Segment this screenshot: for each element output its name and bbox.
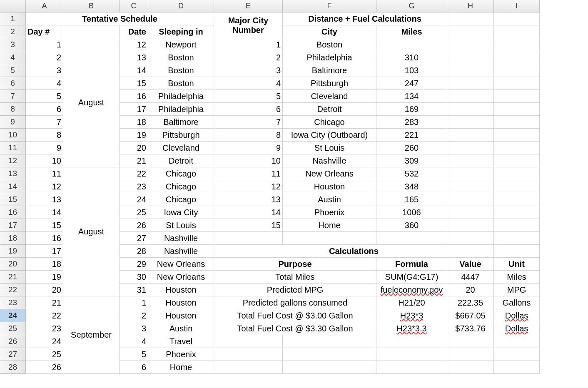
cell-H6[interactable] [447, 77, 494, 90]
cell-I10[interactable] [494, 129, 540, 142]
cell-D5[interactable]: Boston [148, 64, 214, 77]
cell-F12[interactable]: Nashville [283, 154, 376, 167]
row-header-5[interactable]: 5 [0, 64, 26, 77]
cell-A12[interactable]: 10 [26, 154, 63, 167]
cell-A5[interactable]: 3 [26, 64, 63, 77]
cell-E5[interactable]: 3 [214, 64, 283, 77]
cell-G10[interactable]: 221 [376, 129, 447, 142]
cell-C22[interactable]: 31 [120, 284, 148, 296]
cell-I16[interactable] [494, 206, 540, 219]
cell-C18[interactable]: 27 [120, 232, 148, 245]
cell-E26[interactable] [214, 335, 283, 348]
cell-H7[interactable] [447, 90, 494, 103]
cell-D8[interactable]: Philadelphia [148, 103, 214, 116]
cell-B13[interactable]: August [63, 167, 120, 296]
cell-H10[interactable] [447, 129, 494, 142]
cell-A10[interactable]: 8 [26, 129, 63, 142]
cell-A11[interactable]: 9 [26, 142, 63, 154]
cell-D28[interactable]: Home [148, 361, 214, 374]
cell-F17[interactable]: Home [283, 219, 376, 232]
cell-I6[interactable] [494, 77, 540, 90]
cell-A21[interactable]: 19 [26, 271, 63, 284]
cell-A19[interactable]: 17 [26, 245, 63, 258]
cell-E13[interactable]: 11 [214, 167, 283, 180]
cell-H2[interactable] [447, 25, 494, 38]
cell-A14[interactable]: 12 [26, 180, 63, 193]
cell-F2[interactable]: City [283, 25, 376, 38]
cell-G6[interactable]: 247 [376, 77, 447, 90]
cell-B23[interactable]: September [63, 296, 120, 374]
col-header-G[interactable]: G [376, 0, 447, 12]
row-header-23[interactable]: 23 [0, 296, 26, 309]
cell-A24[interactable]: 22 [26, 309, 63, 322]
cell-A4[interactable]: 2 [26, 51, 63, 64]
cell-A28[interactable]: 26 [26, 361, 63, 374]
cell-D13[interactable]: Chicago [148, 167, 214, 180]
cell-F14[interactable]: Houston [283, 180, 376, 193]
cell-H23[interactable]: 222.35 [447, 296, 494, 309]
cell-D15[interactable]: Chicago [148, 193, 214, 206]
cell-B3[interactable]: August [63, 38, 120, 167]
row-header-26[interactable]: 26 [0, 335, 26, 348]
col-header-F[interactable]: F [283, 0, 376, 12]
cell-C9[interactable]: 18 [120, 116, 148, 129]
cell-I15[interactable] [494, 193, 540, 206]
cell-E10[interactable]: 8 [214, 129, 283, 142]
cell-I4[interactable] [494, 51, 540, 64]
cell-A25[interactable]: 23 [26, 322, 63, 335]
row-header-1[interactable]: 1 [0, 12, 26, 25]
cell-G24[interactable]: H23*3 [376, 309, 447, 322]
cell-D4[interactable]: Boston [148, 51, 214, 64]
cell-D10[interactable]: Pittsburgh [148, 129, 214, 142]
cell-A23[interactable]: 21 [26, 296, 63, 309]
cell-D22[interactable]: Houston [148, 284, 214, 296]
cell-C4[interactable]: 13 [120, 51, 148, 64]
cell-F5[interactable]: Baltimore [283, 64, 376, 77]
cell-A9[interactable]: 7 [26, 116, 63, 129]
col-header-B[interactable]: B [63, 0, 120, 12]
cell-E11[interactable]: 9 [214, 142, 283, 154]
cell-G5[interactable]: 103 [376, 64, 447, 77]
row-header-6[interactable]: 6 [0, 77, 26, 90]
cell-H22[interactable]: 20 [447, 284, 494, 296]
col-header-E[interactable]: E [214, 0, 283, 12]
row-header-4[interactable]: 4 [0, 51, 26, 64]
cell-I9[interactable] [494, 116, 540, 129]
cell-C20[interactable]: 29 [120, 258, 148, 271]
cell-G13[interactable]: 532 [376, 167, 447, 180]
cell-G3[interactable] [376, 38, 447, 51]
cell-C5[interactable]: 14 [120, 64, 148, 77]
row-header-14[interactable]: 14 [0, 180, 26, 193]
cell-E21[interactable]: Total Miles [214, 271, 376, 284]
row-header-17[interactable]: 17 [0, 219, 26, 232]
cell-D12[interactable]: Detroit [148, 154, 214, 167]
cell-G22[interactable]: fueleconomy.gov [376, 284, 447, 296]
cell-I17[interactable] [494, 219, 540, 232]
cell-I12[interactable] [494, 154, 540, 167]
spreadsheet-grid[interactable]: ABCDEFGHI1Tentative ScheduleMajor City N… [0, 0, 588, 374]
cell-C17[interactable]: 26 [120, 219, 148, 232]
cell-A17[interactable]: 15 [26, 219, 63, 232]
cell-H24[interactable]: $667.05 [447, 309, 494, 322]
cell-E25[interactable]: Total Fuel Cost @ $3.30 Gallon [214, 322, 376, 335]
cell-A22[interactable]: 20 [26, 284, 63, 296]
cell-D11[interactable]: Cleveland [148, 142, 214, 154]
cell-E16[interactable]: 14 [214, 206, 283, 219]
cell-H17[interactable] [447, 219, 494, 232]
row-header-15[interactable]: 15 [0, 193, 26, 206]
cell-E14[interactable]: 12 [214, 180, 283, 193]
cell-G26[interactable] [376, 335, 447, 348]
cell-C19[interactable]: 28 [120, 245, 148, 258]
cell-F1[interactable]: Distance + Fuel Calculations [283, 12, 447, 25]
cell-E17[interactable]: 15 [214, 219, 283, 232]
cell-H12[interactable] [447, 154, 494, 167]
cell-I3[interactable] [494, 38, 540, 51]
cell-E7[interactable]: 5 [214, 90, 283, 103]
cell-E4[interactable]: 2 [214, 51, 283, 64]
cell-E8[interactable]: 6 [214, 103, 283, 116]
cell-D27[interactable]: Phoenix [148, 348, 214, 361]
cell-D26[interactable]: Travel [148, 335, 214, 348]
cell-H27[interactable] [447, 348, 494, 361]
cell-C23[interactable]: 1 [120, 296, 148, 309]
cell-H5[interactable] [447, 64, 494, 77]
